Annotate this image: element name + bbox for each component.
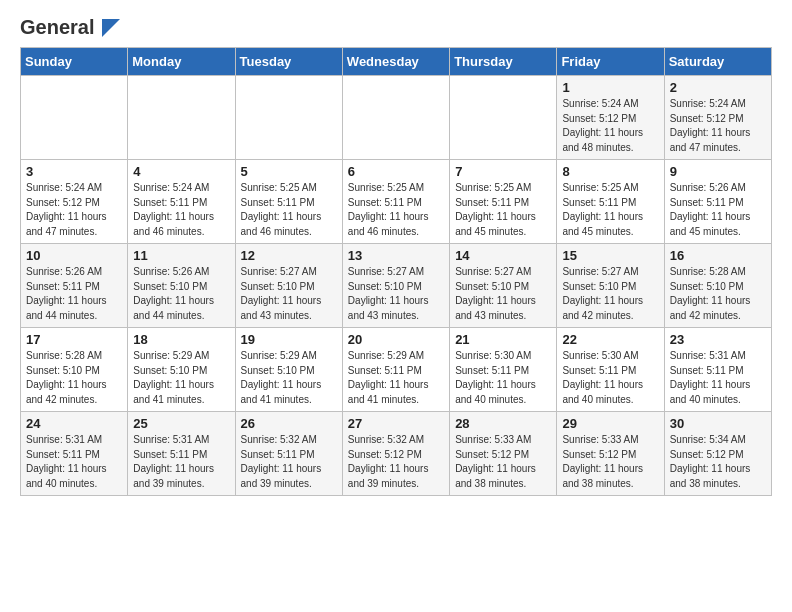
day-number: 2 — [670, 80, 766, 95]
day-number: 21 — [455, 332, 551, 347]
day-number: 23 — [670, 332, 766, 347]
day-info: Sunrise: 5:24 AM Sunset: 5:12 PM Dayligh… — [670, 97, 766, 155]
calendar-cell: 1Sunrise: 5:24 AM Sunset: 5:12 PM Daylig… — [557, 76, 664, 160]
calendar-cell: 25Sunrise: 5:31 AM Sunset: 5:11 PM Dayli… — [128, 412, 235, 496]
day-info: Sunrise: 5:26 AM Sunset: 5:10 PM Dayligh… — [133, 265, 229, 323]
calendar-cell: 13Sunrise: 5:27 AM Sunset: 5:10 PM Dayli… — [342, 244, 449, 328]
day-info: Sunrise: 5:24 AM Sunset: 5:11 PM Dayligh… — [133, 181, 229, 239]
weekday-header-friday: Friday — [557, 48, 664, 76]
calendar-cell: 26Sunrise: 5:32 AM Sunset: 5:11 PM Dayli… — [235, 412, 342, 496]
logo: General — [20, 16, 120, 37]
day-info: Sunrise: 5:25 AM Sunset: 5:11 PM Dayligh… — [348, 181, 444, 239]
day-info: Sunrise: 5:29 AM Sunset: 5:10 PM Dayligh… — [133, 349, 229, 407]
day-info: Sunrise: 5:27 AM Sunset: 5:10 PM Dayligh… — [562, 265, 658, 323]
day-number: 28 — [455, 416, 551, 431]
day-number: 29 — [562, 416, 658, 431]
day-number: 22 — [562, 332, 658, 347]
calendar-cell: 29Sunrise: 5:33 AM Sunset: 5:12 PM Dayli… — [557, 412, 664, 496]
day-number: 18 — [133, 332, 229, 347]
day-info: Sunrise: 5:28 AM Sunset: 5:10 PM Dayligh… — [26, 349, 122, 407]
calendar-cell: 3Sunrise: 5:24 AM Sunset: 5:12 PM Daylig… — [21, 160, 128, 244]
logo-text: General — [20, 16, 120, 39]
day-info: Sunrise: 5:26 AM Sunset: 5:11 PM Dayligh… — [26, 265, 122, 323]
day-number: 5 — [241, 164, 337, 179]
calendar-cell — [450, 76, 557, 160]
calendar-cell: 11Sunrise: 5:26 AM Sunset: 5:10 PM Dayli… — [128, 244, 235, 328]
weekday-header-monday: Monday — [128, 48, 235, 76]
day-number: 12 — [241, 248, 337, 263]
day-info: Sunrise: 5:33 AM Sunset: 5:12 PM Dayligh… — [562, 433, 658, 491]
weekday-header-thursday: Thursday — [450, 48, 557, 76]
calendar-week-3: 10Sunrise: 5:26 AM Sunset: 5:11 PM Dayli… — [21, 244, 772, 328]
calendar-cell: 15Sunrise: 5:27 AM Sunset: 5:10 PM Dayli… — [557, 244, 664, 328]
calendar-cell: 30Sunrise: 5:34 AM Sunset: 5:12 PM Dayli… — [664, 412, 771, 496]
day-number: 6 — [348, 164, 444, 179]
calendar-cell — [342, 76, 449, 160]
calendar-cell: 6Sunrise: 5:25 AM Sunset: 5:11 PM Daylig… — [342, 160, 449, 244]
calendar-cell: 12Sunrise: 5:27 AM Sunset: 5:10 PM Dayli… — [235, 244, 342, 328]
calendar-cell — [128, 76, 235, 160]
day-number: 24 — [26, 416, 122, 431]
calendar-cell: 27Sunrise: 5:32 AM Sunset: 5:12 PM Dayli… — [342, 412, 449, 496]
day-number: 16 — [670, 248, 766, 263]
day-info: Sunrise: 5:31 AM Sunset: 5:11 PM Dayligh… — [670, 349, 766, 407]
day-info: Sunrise: 5:31 AM Sunset: 5:11 PM Dayligh… — [26, 433, 122, 491]
day-info: Sunrise: 5:27 AM Sunset: 5:10 PM Dayligh… — [241, 265, 337, 323]
day-number: 14 — [455, 248, 551, 263]
day-info: Sunrise: 5:34 AM Sunset: 5:12 PM Dayligh… — [670, 433, 766, 491]
day-number: 4 — [133, 164, 229, 179]
day-number: 7 — [455, 164, 551, 179]
day-number: 13 — [348, 248, 444, 263]
calendar-week-2: 3Sunrise: 5:24 AM Sunset: 5:12 PM Daylig… — [21, 160, 772, 244]
day-number: 17 — [26, 332, 122, 347]
day-number: 8 — [562, 164, 658, 179]
day-number: 30 — [670, 416, 766, 431]
calendar-cell: 16Sunrise: 5:28 AM Sunset: 5:10 PM Dayli… — [664, 244, 771, 328]
day-info: Sunrise: 5:33 AM Sunset: 5:12 PM Dayligh… — [455, 433, 551, 491]
day-number: 1 — [562, 80, 658, 95]
calendar-cell: 24Sunrise: 5:31 AM Sunset: 5:11 PM Dayli… — [21, 412, 128, 496]
day-info: Sunrise: 5:27 AM Sunset: 5:10 PM Dayligh… — [348, 265, 444, 323]
svg-marker-0 — [102, 19, 120, 37]
calendar-cell: 2Sunrise: 5:24 AM Sunset: 5:12 PM Daylig… — [664, 76, 771, 160]
day-info: Sunrise: 5:30 AM Sunset: 5:11 PM Dayligh… — [562, 349, 658, 407]
calendar-cell — [235, 76, 342, 160]
calendar-week-5: 24Sunrise: 5:31 AM Sunset: 5:11 PM Dayli… — [21, 412, 772, 496]
day-info: Sunrise: 5:25 AM Sunset: 5:11 PM Dayligh… — [455, 181, 551, 239]
calendar-cell: 9Sunrise: 5:26 AM Sunset: 5:11 PM Daylig… — [664, 160, 771, 244]
day-number: 9 — [670, 164, 766, 179]
calendar-cell: 8Sunrise: 5:25 AM Sunset: 5:11 PM Daylig… — [557, 160, 664, 244]
calendar-cell: 7Sunrise: 5:25 AM Sunset: 5:11 PM Daylig… — [450, 160, 557, 244]
day-info: Sunrise: 5:29 AM Sunset: 5:11 PM Dayligh… — [348, 349, 444, 407]
day-info: Sunrise: 5:24 AM Sunset: 5:12 PM Dayligh… — [26, 181, 122, 239]
day-info: Sunrise: 5:25 AM Sunset: 5:11 PM Dayligh… — [241, 181, 337, 239]
day-number: 27 — [348, 416, 444, 431]
day-number: 26 — [241, 416, 337, 431]
page: General SundayMondayTuesdayWednesdayThur… — [0, 0, 792, 512]
calendar-cell — [21, 76, 128, 160]
day-number: 25 — [133, 416, 229, 431]
day-number: 19 — [241, 332, 337, 347]
calendar-cell: 14Sunrise: 5:27 AM Sunset: 5:10 PM Dayli… — [450, 244, 557, 328]
day-info: Sunrise: 5:25 AM Sunset: 5:11 PM Dayligh… — [562, 181, 658, 239]
header: General — [20, 16, 772, 37]
calendar-cell: 21Sunrise: 5:30 AM Sunset: 5:11 PM Dayli… — [450, 328, 557, 412]
calendar-cell: 10Sunrise: 5:26 AM Sunset: 5:11 PM Dayli… — [21, 244, 128, 328]
day-number: 3 — [26, 164, 122, 179]
weekday-header-saturday: Saturday — [664, 48, 771, 76]
calendar-cell: 4Sunrise: 5:24 AM Sunset: 5:11 PM Daylig… — [128, 160, 235, 244]
day-info: Sunrise: 5:30 AM Sunset: 5:11 PM Dayligh… — [455, 349, 551, 407]
calendar-cell: 28Sunrise: 5:33 AM Sunset: 5:12 PM Dayli… — [450, 412, 557, 496]
day-info: Sunrise: 5:24 AM Sunset: 5:12 PM Dayligh… — [562, 97, 658, 155]
weekday-header-wednesday: Wednesday — [342, 48, 449, 76]
calendar-cell: 17Sunrise: 5:28 AM Sunset: 5:10 PM Dayli… — [21, 328, 128, 412]
day-info: Sunrise: 5:26 AM Sunset: 5:11 PM Dayligh… — [670, 181, 766, 239]
calendar-week-1: 1Sunrise: 5:24 AM Sunset: 5:12 PM Daylig… — [21, 76, 772, 160]
day-info: Sunrise: 5:32 AM Sunset: 5:12 PM Dayligh… — [348, 433, 444, 491]
day-info: Sunrise: 5:28 AM Sunset: 5:10 PM Dayligh… — [670, 265, 766, 323]
day-info: Sunrise: 5:32 AM Sunset: 5:11 PM Dayligh… — [241, 433, 337, 491]
day-number: 20 — [348, 332, 444, 347]
day-info: Sunrise: 5:31 AM Sunset: 5:11 PM Dayligh… — [133, 433, 229, 491]
calendar-cell: 22Sunrise: 5:30 AM Sunset: 5:11 PM Dayli… — [557, 328, 664, 412]
day-info: Sunrise: 5:27 AM Sunset: 5:10 PM Dayligh… — [455, 265, 551, 323]
